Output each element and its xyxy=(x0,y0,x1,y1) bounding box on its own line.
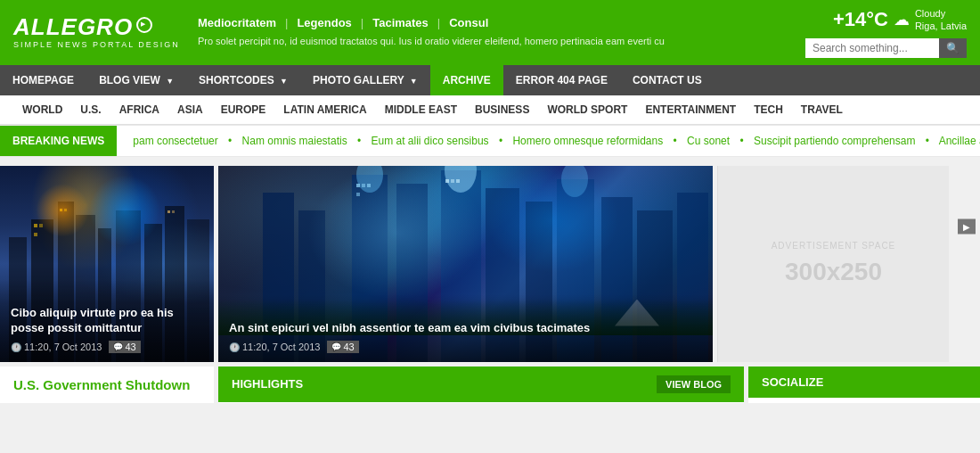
articles-section: Cibo aliquip virtute pro ea his posse po… xyxy=(0,157,980,362)
advertisement-space: ADVERTISEMENT SPACE 300x250 xyxy=(717,166,949,362)
